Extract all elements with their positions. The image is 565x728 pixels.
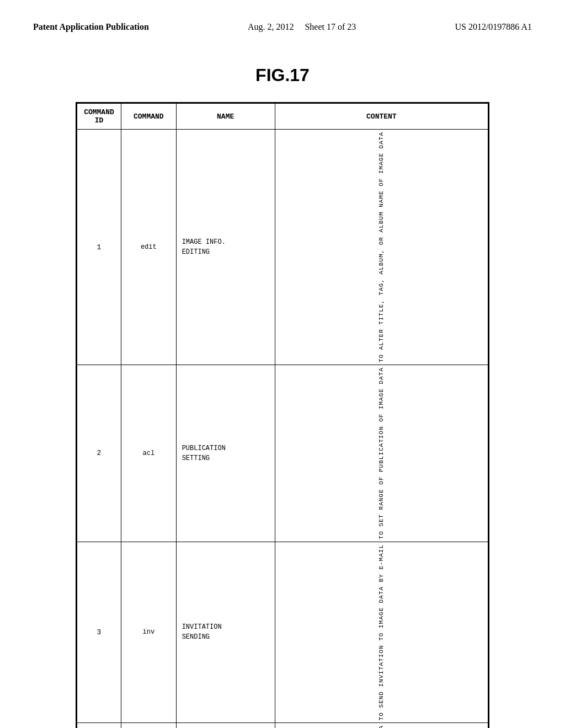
cell-command: edit xyxy=(121,130,176,365)
column-header-name: NAME xyxy=(176,104,275,130)
cell-name: PUBLICATION SETTING xyxy=(176,365,275,542)
publication-title: Patent Application Publication xyxy=(33,22,149,32)
table-row: 3invINVITATION SENDINGTO SEND INVITATION… xyxy=(77,542,488,722)
cell-content: TO ALTER ALBUM NAME OR ALBUM ATTRIBUTE O… xyxy=(275,722,488,728)
cell-content: TO SET RANGE OF PUBLICATION OF IMAGE DAT… xyxy=(275,365,488,542)
page-header: Patent Application Publication Aug. 2, 2… xyxy=(0,0,565,43)
cell-content: TO ALTER TITLE, TAG, ALBUM, OR ALBUM NAM… xyxy=(275,130,488,365)
data-table-container: COMMANDID COMMAND NAME CONTENT 1editIMAG… xyxy=(76,102,489,728)
cell-command-id: 2 xyxy=(77,365,121,542)
cell-command-id: 1 xyxy=(77,130,121,365)
sheet-info: Sheet 17 of 23 xyxy=(305,22,356,31)
cell-command-id: 3 xyxy=(77,542,121,722)
commands-table: COMMANDID COMMAND NAME CONTENT 1editIMAG… xyxy=(77,103,488,728)
column-header-id: COMMANDID xyxy=(77,104,121,130)
cell-name: INVITATION SENDING xyxy=(176,542,275,722)
cell-command: edit_a xyxy=(121,722,176,728)
cell-command-id: 4 xyxy=(77,722,121,728)
table-row: 4edit_aALBUM INFO. EDITINGTO ALTER ALBUM… xyxy=(77,722,488,728)
table-row: 1editIMAGE INFO. EDITINGTO ALTER TITLE, … xyxy=(77,130,488,365)
cell-name: IMAGE INFO. EDITING xyxy=(176,130,275,365)
column-header-content: CONTENT xyxy=(275,104,488,130)
table-header-row: COMMANDID COMMAND NAME CONTENT xyxy=(77,104,488,130)
publication-date-sheet: Aug. 2, 2012 Sheet 17 of 23 xyxy=(248,22,356,32)
cell-command: acl xyxy=(121,365,176,542)
figure-label: FIG.17 xyxy=(0,65,565,85)
table-row: 2aclPUBLICATION SETTINGTO SET RANGE OF P… xyxy=(77,365,488,542)
patent-number: US 2012/0197886 A1 xyxy=(455,22,532,32)
cell-command: inv xyxy=(121,542,176,722)
cell-name: ALBUM INFO. EDITING xyxy=(176,722,275,728)
publication-date: Aug. 2, 2012 xyxy=(248,22,294,31)
cell-content: TO SEND INVITATION TO IMAGE DATA BY E-MA… xyxy=(275,542,488,722)
column-header-command: COMMAND xyxy=(121,104,176,130)
